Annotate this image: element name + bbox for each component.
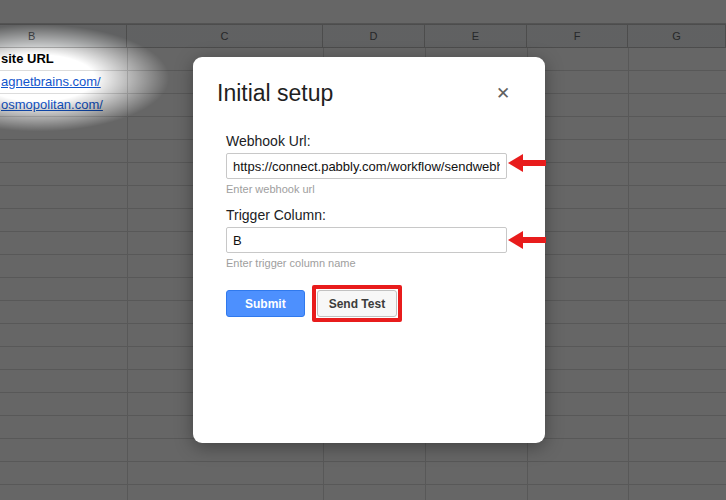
send-test-highlight-box: Send Test: [312, 285, 402, 322]
webhook-annotation-arrow-icon: [508, 154, 546, 172]
arrow-shaft: [521, 237, 546, 243]
webhook-url-label: Webhook Url:: [226, 133, 507, 149]
dialog-body: Webhook Url: Enter webhook url Trigger C…: [226, 133, 507, 322]
webhook-helper-text: Enter webhook url: [226, 183, 507, 195]
trigger-helper-text: Enter trigger column name: [226, 257, 507, 269]
webhook-field-group: Webhook Url: Enter webhook url: [226, 133, 507, 195]
trigger-field-group: Trigger Column: Enter trigger column nam…: [226, 207, 507, 269]
arrow-shaft: [521, 160, 546, 166]
dialog-title: Initial setup: [217, 80, 333, 107]
trigger-annotation-arrow-icon: [508, 231, 546, 249]
app-window: B C D E F G site URL agnetbrains.com/ os…: [0, 0, 726, 500]
trigger-column-label: Trigger Column:: [226, 207, 507, 223]
webhook-url-input[interactable]: [226, 153, 507, 179]
initial-setup-dialog: Initial setup ✕ Webhook Url: Enter webho…: [193, 57, 545, 443]
close-icon[interactable]: ✕: [493, 83, 513, 103]
trigger-column-input[interactable]: [226, 227, 507, 253]
send-test-button[interactable]: Send Test: [317, 290, 397, 317]
submit-button[interactable]: Submit: [226, 290, 305, 317]
dialog-buttons-row: Submit Send Test: [226, 285, 507, 322]
